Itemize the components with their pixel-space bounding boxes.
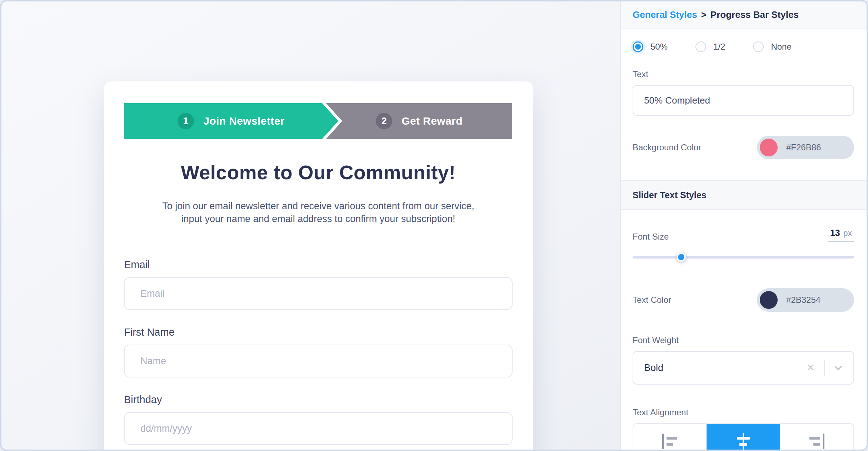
progress-option[interactable]: 50%	[633, 41, 668, 52]
radio-icon[interactable]	[695, 41, 706, 52]
background-color-picker[interactable]: #F26B86	[757, 136, 854, 159]
align-center-icon	[735, 433, 751, 450]
form-subheading-line2: input your name and email address to con…	[124, 212, 513, 225]
email-label: Email	[124, 259, 513, 271]
font-size-slider[interactable]	[633, 252, 854, 262]
text-color-value: #2B3254	[786, 295, 820, 305]
align-left-button[interactable]	[633, 424, 707, 451]
align-right-icon	[809, 433, 824, 450]
settings-panel: General Styles > Progress Bar Styles 50%…	[620, 1, 867, 450]
app-frame: 1 Join Newsletter 2 Get Reward Welcome t…	[0, 0, 868, 451]
form-heading: Welcome to Our Community!	[124, 161, 513, 184]
bg-color-swatch	[760, 139, 778, 156]
progress-bar[interactable]: 1 Join Newsletter 2 Get Reward	[124, 103, 513, 139]
bg-color-value: #F26B86	[786, 142, 821, 152]
breadcrumb-separator: >	[701, 9, 707, 20]
radio-label: 1/2	[713, 42, 725, 52]
birthday-field[interactable]	[124, 412, 513, 445]
text-color-row: Text Color #2B3254	[633, 288, 854, 312]
progress-type-radio-group: 50% 1/2 None	[633, 41, 854, 52]
step-segment[interactable]: 1 Join Newsletter	[124, 103, 338, 139]
font-size-slider-thumb[interactable]	[677, 252, 686, 262]
step-label: Join Newsletter	[203, 115, 285, 127]
step-number: 2	[381, 116, 387, 127]
email-field-group: Email	[124, 259, 513, 310]
form-subheading: To join our email newsletter and receive…	[124, 200, 513, 225]
align-right-button[interactable]	[780, 424, 853, 451]
birthday-field-group: Birthday	[124, 394, 513, 445]
first-name-field-group: First Name	[124, 326, 513, 377]
breadcrumb: General Styles > Progress Bar Styles	[621, 1, 867, 29]
progress-text-input[interactable]	[633, 85, 854, 116]
font-weight-value: Bold	[644, 362, 805, 374]
dropdown-divider	[824, 360, 825, 376]
breadcrumb-current: Progress Bar Styles	[710, 9, 799, 20]
form-subheading-line1: To join our email newsletter and receive…	[124, 200, 513, 212]
background-color-label: Background Color	[633, 142, 701, 152]
text-color-picker[interactable]: #2B3254	[757, 288, 854, 312]
align-center-button[interactable]	[707, 424, 780, 451]
font-weight-label: Font Weight	[633, 335, 854, 345]
progress-option[interactable]: None	[753, 41, 791, 52]
radio-label: None	[771, 42, 791, 52]
font-size-value-input[interactable]: 13 px	[828, 228, 854, 242]
clear-icon[interactable]: ✕	[805, 361, 816, 374]
form-preview-area: 1 Join Newsletter 2 Get Reward Welcome t…	[1, 1, 620, 450]
step-number-circle: 2	[376, 113, 392, 129]
text-alignment-label: Text Alignment	[633, 407, 854, 417]
font-size-label: Font Size	[633, 232, 669, 242]
slider-text-styles-header: Slider Text Styles	[621, 180, 867, 210]
font-weight-dropdown[interactable]: Bold ✕	[633, 351, 854, 385]
font-size-slider-track[interactable]	[633, 256, 854, 259]
step-segment[interactable]: 2 Get Reward	[326, 103, 512, 139]
font-size-number: 13	[830, 228, 840, 238]
newsletter-form-card: 1 Join Newsletter 2 Get Reward Welcome t…	[104, 81, 533, 451]
align-left-icon	[662, 433, 678, 450]
text-color-label: Text Color	[633, 295, 671, 305]
chevron-down-icon[interactable]	[832, 361, 845, 374]
step-label: Get Reward	[401, 115, 463, 127]
first-name-field[interactable]	[124, 345, 513, 377]
step-number-circle: 1	[178, 113, 194, 129]
background-color-row: Background Color #F26B86	[633, 136, 854, 159]
text-color-swatch	[760, 291, 778, 309]
radio-icon[interactable]	[633, 41, 643, 52]
radio-icon[interactable]	[753, 41, 764, 52]
font-size-row: Font Size 13 px	[633, 228, 854, 242]
text-field-label: Text	[633, 69, 854, 79]
first-name-label: First Name	[124, 326, 513, 338]
breadcrumb-general-styles-link[interactable]: General Styles	[633, 9, 697, 20]
radio-label: 50%	[650, 42, 668, 52]
text-alignment-group	[633, 423, 854, 451]
font-size-unit: px	[843, 229, 852, 238]
email-field[interactable]	[124, 277, 513, 310]
step-number: 1	[183, 116, 189, 127]
birthday-label: Birthday	[124, 394, 513, 406]
progress-option[interactable]: 1/2	[695, 41, 725, 52]
